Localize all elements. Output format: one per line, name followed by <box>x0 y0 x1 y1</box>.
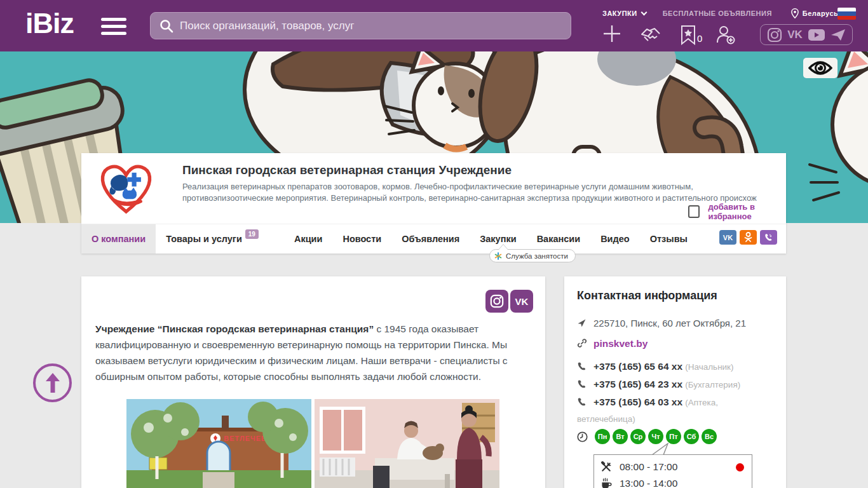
photo-clinic-exterior[interactable]: ВЕТЛЕЧЕБНИЦА <box>126 399 311 488</box>
tools-icon <box>600 461 612 473</box>
phone-row: +375 (165) 64 23 xx (Бухгалтерия) <box>577 377 774 393</box>
company-tabs: О компании Товары и услуги 19 Акции Ново… <box>81 224 786 254</box>
top-header: iBiz ЗАКУПКИ БЕСПЛАТНЫЕ ОБЪЯВЛЕНИЯ Белар… <box>0 0 868 51</box>
search-input[interactable] <box>180 20 562 32</box>
phone-number[interactable]: +375 (165) 64 03 xx <box>593 396 682 407</box>
break-hours-row: 13:00 - 14:00 <box>600 475 744 488</box>
handshake-icon <box>639 25 662 44</box>
tab-news[interactable]: Новости <box>332 224 391 254</box>
day-pill[interactable]: Ср <box>630 429 646 444</box>
add-company-button[interactable] <box>602 24 621 46</box>
favorite-checkbox[interactable] <box>688 205 700 218</box>
contact-title: Контактная информация <box>577 289 717 302</box>
bookmark-star-icon <box>680 25 696 45</box>
day-pill[interactable]: Сб <box>684 429 699 444</box>
tab-promotions[interactable]: Акции <box>284 224 332 254</box>
products-count-badge: 19 <box>245 229 259 239</box>
company-social-links: VK <box>719 230 777 245</box>
schedule-popup: 08:00 - 17:00 13:00 - 14:00 <box>593 454 752 488</box>
vk-icon[interactable]: VK <box>719 230 736 245</box>
viber-icon[interactable] <box>760 230 777 245</box>
views-eye-badge[interactable] <box>803 58 837 78</box>
phone-number[interactable]: +375 (165) 64 23 xx <box>593 379 682 390</box>
phone-icon <box>577 360 593 376</box>
add-user-button[interactable] <box>715 25 736 48</box>
header-top-nav: ЗАКУПКИ БЕСПЛАТНЫЕ ОБЪЯВЛЕНИЯ Беларусь <box>602 8 838 18</box>
nav-free-ads[interactable]: БЕСПЛАТНЫЕ ОБЪЯВЛЕНИЯ <box>663 10 772 17</box>
hamburger-menu-icon[interactable] <box>101 18 126 35</box>
coffee-cup-icon <box>600 478 612 488</box>
phone-row: +375 (165) 65 64 xx (Начальник) <box>577 359 774 376</box>
day-pill[interactable]: Пт <box>666 429 681 444</box>
company-name: Пинская городская ветеринарная станция У… <box>182 163 512 177</box>
chevron-down-icon <box>641 10 647 16</box>
scroll-to-top-button[interactable] <box>33 363 72 402</box>
tab-ads[interactable]: Объявления <box>391 224 470 254</box>
company-logo <box>95 160 157 217</box>
tab-products[interactable]: Товары и услуги 19 <box>156 224 269 254</box>
about-text: Учреждение “Пинская городская ветеринарн… <box>95 321 513 384</box>
phone-number[interactable]: +375 (165) 65 64 xx <box>593 361 682 372</box>
day-pill[interactable]: Пн <box>595 429 610 444</box>
language-flag-ru[interactable] <box>837 8 856 20</box>
tab-reviews[interactable]: Отзывы <box>640 224 698 254</box>
instagram-icon[interactable] <box>485 290 508 313</box>
location-pin-icon <box>791 8 799 18</box>
nav-zakupki[interactable]: ЗАКУПКИ <box>602 10 646 17</box>
phone-icon <box>577 396 593 411</box>
day-pill[interactable]: Чт <box>648 429 663 444</box>
phone-icon <box>577 378 593 393</box>
vacancy-tooltip: Служба занятости <box>489 249 576 262</box>
favorite-label: добавить в избранное <box>709 202 787 221</box>
day-pill[interactable]: Вс <box>702 429 717 444</box>
vk-icon[interactable]: VK <box>510 290 533 313</box>
search-bar <box>150 12 571 39</box>
company-card: Пинская городская ветеринарная станция У… <box>81 153 786 254</box>
favorites-count: 0 <box>697 33 702 44</box>
arrow-up-icon <box>44 372 61 394</box>
employment-service-icon <box>494 252 502 260</box>
youtube-icon[interactable] <box>808 28 825 42</box>
website-row: pinskvet.by <box>577 336 774 353</box>
photo-clinic-interior[interactable] <box>315 399 499 488</box>
plus-icon <box>602 24 621 43</box>
eye-icon <box>808 60 832 76</box>
nav-country-selector[interactable]: Беларусь <box>791 8 838 18</box>
navigation-arrow-icon <box>577 317 593 332</box>
vk-icon[interactable]: VK <box>787 29 803 41</box>
phone-row: +375 (165) 64 03 xx (Аптека, ветлечебниц… <box>577 395 774 427</box>
schedule-popup-pointer <box>651 443 674 458</box>
search-icon <box>159 19 173 33</box>
schedule-days: Пн Вт Ср Чт Пт Сб Вс <box>595 429 717 444</box>
about-section: VK Учреждение “Пинская городская ветерин… <box>81 276 545 488</box>
status-dot <box>736 463 744 471</box>
favorites-bookmark-button[interactable] <box>680 25 696 48</box>
company-description: Реализация ветеринарных препаратов зоото… <box>182 181 762 204</box>
website-link[interactable]: pinskvet.by <box>593 338 648 349</box>
person-add-icon <box>715 25 736 45</box>
add-to-favorites[interactable]: добавить в избранное <box>688 202 786 221</box>
day-pill[interactable]: Вт <box>613 429 628 444</box>
link-icon <box>577 337 593 353</box>
partners-button[interactable] <box>639 25 662 47</box>
header-social-links: VK <box>760 24 853 45</box>
clock-icon <box>577 431 588 445</box>
tab-about[interactable]: О компании <box>81 224 156 254</box>
odnoklassniki-icon[interactable] <box>740 230 757 245</box>
instagram-icon[interactable] <box>767 27 782 43</box>
ibiz-logo[interactable]: iBiz <box>25 9 74 37</box>
tab-video[interactable]: Видео <box>590 224 640 254</box>
work-hours-row: 08:00 - 17:00 <box>600 459 744 475</box>
address-row: 225710, Пинск, 60 лет Октября, 21 <box>577 316 774 332</box>
telegram-icon[interactable] <box>831 28 846 42</box>
